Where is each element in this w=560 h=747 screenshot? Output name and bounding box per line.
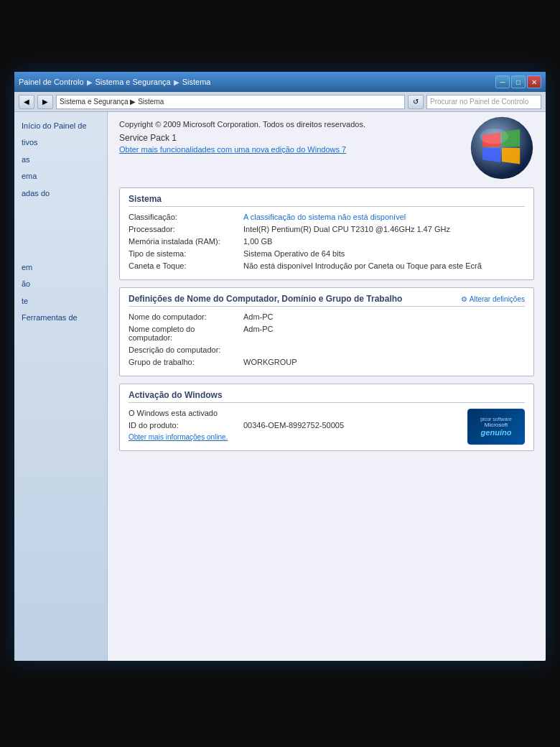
- title-bar: Painel de Controlo ▶ Sistema e Segurança…: [14, 72, 546, 92]
- sidebar-item-8[interactable]: Ferramentas de: [14, 310, 107, 326]
- sidebar-item-6[interactable]: ão: [14, 276, 107, 292]
- classificacao-label: Classificação:: [129, 213, 243, 221]
- search-box[interactable]: Procurar no Painel de Controlo: [426, 95, 541, 109]
- genuino-microsoft-text: Microsoft: [485, 422, 508, 428]
- classificacao-row: Classificação: A classificação do sistem…: [129, 213, 525, 221]
- genuino-main-text: genuíno: [481, 428, 512, 437]
- memoria-label: Memória instalada (RAM):: [129, 237, 243, 246]
- tipo-sistema-value: Sistema Operativo de 64 bits: [243, 249, 525, 258]
- nome-computador-row: Nome do computador: Adm-PC: [129, 312, 525, 321]
- processador-row: Processador: Intel(R) Pentium(R) Dual CP…: [129, 225, 525, 233]
- activation-status: O Windows esta activado: [129, 409, 462, 417]
- sidebar-item-3[interactable]: ema: [14, 168, 107, 185]
- sidebar-item-4[interactable]: adas do: [14, 185, 107, 202]
- computer-name-section: Definições de Nome do Computador, Domíni…: [119, 287, 534, 376]
- grupo-trabalho-value: WORKGROUP: [243, 358, 525, 366]
- address-path-text: Sistema e Segurança ▶ Sistema: [60, 98, 164, 106]
- breadcrumb-item-3: Sistema: [182, 78, 211, 86]
- breadcrumb-item-2: Sistema e Segurança: [95, 78, 171, 86]
- search-placeholder: Procurar no Painel de Controlo: [430, 98, 528, 106]
- memoria-value: 1,00 GB: [243, 237, 525, 246]
- nome-completo-value: Adm-PC: [243, 325, 525, 333]
- processador-value: Intel(R) Pentium(R) Dual CPU T2310 @1.46…: [243, 225, 525, 233]
- breadcrumb-arrow-1: ▶: [87, 78, 93, 86]
- tipo-sistema-row: Tipo de sistema: Sistema Operativo de 64…: [129, 249, 525, 258]
- sistema-section: Sistema Classificação: A classificação d…: [119, 187, 534, 280]
- forward-button[interactable]: ▶: [37, 95, 53, 109]
- tipo-sistema-label: Tipo de sistema:: [129, 249, 243, 258]
- alterar-link-text: Alterar definições: [470, 295, 525, 303]
- sidebar-item-7[interactable]: te: [14, 293, 107, 310]
- descricao-label: Descrição do computador:: [129, 345, 243, 354]
- sidebar: Início do Painel de tivos as ema adas do…: [14, 112, 108, 661]
- back-button[interactable]: ◀: [19, 95, 34, 109]
- caneta-label: Caneta e Toque:: [129, 261, 243, 270]
- svg-point-1: [480, 129, 508, 144]
- memoria-row: Memória instalada (RAM): 1,00 GB: [129, 237, 525, 246]
- maximize-button[interactable]: □: [511, 75, 526, 88]
- product-id-label: ID do produto:: [129, 421, 243, 430]
- computer-section-title: Definições de Nome do Computador, Domíni…: [129, 294, 402, 304]
- grupo-trabalho-label: Grupo de trabalho:: [129, 358, 243, 366]
- breadcrumb-item-1: Painel de Controlo: [19, 78, 84, 86]
- sidebar-item-5[interactable]: em: [14, 259, 107, 276]
- activation-section: Activação do Windows picor software Micr…: [119, 384, 534, 451]
- address-bar: ◀ ▶ Sistema e Segurança ▶ Sistema ↺ Proc…: [14, 92, 546, 112]
- title-bar-controls: ─ □ ✕: [495, 75, 541, 88]
- nome-computador-value: Adm-PC: [243, 312, 525, 321]
- caneta-value: Não está disponível Introdução por Canet…: [243, 261, 525, 270]
- screen-bezel: Painel de Controlo ▶ Sistema e Segurança…: [0, 0, 560, 747]
- sidebar-item-2[interactable]: as: [14, 152, 107, 168]
- nome-computador-label: Nome do computador:: [129, 312, 243, 321]
- header-section: Copyright © 2009 Microsoft Corporation. …: [119, 119, 534, 187]
- activation-status-row: O Windows esta activado: [129, 409, 462, 417]
- address-path[interactable]: Sistema e Segurança ▶ Sistema: [56, 95, 405, 109]
- windows-logo: [470, 116, 534, 180]
- classificacao-value[interactable]: A classificação do sistema não está disp…: [243, 213, 525, 221]
- minimize-button[interactable]: ─: [495, 75, 510, 88]
- activation-section-title: Activação do Windows: [129, 390, 525, 403]
- nome-completo-row: Nome completo do computador: Adm-PC: [129, 325, 525, 342]
- sidebar-item-home[interactable]: Início do Painel de: [14, 118, 107, 134]
- genuino-badge: picor software Microsoft genuíno: [467, 409, 525, 445]
- genuino-top-text: picor software: [480, 417, 512, 422]
- grupo-trabalho-row: Grupo de trabalho: WORKGROUP: [129, 358, 525, 366]
- close-button[interactable]: ✕: [527, 75, 541, 88]
- breadcrumb-arrow-2: ▶: [174, 78, 179, 86]
- sistema-section-title: Sistema: [129, 194, 525, 207]
- refresh-button[interactable]: ↺: [408, 95, 424, 109]
- content-area: Copyright © 2009 Microsoft Corporation. …: [108, 112, 546, 661]
- nome-completo-label: Nome completo do computador:: [129, 325, 243, 342]
- descricao-row: Descrição do computador:: [129, 345, 525, 354]
- product-id-value: 00346-OEM-8992752-50005: [243, 421, 462, 430]
- computer-section-header: Definições de Nome do Computador, Domíni…: [129, 294, 525, 307]
- caneta-row: Caneta e Toque: Não está disponível Intr…: [129, 261, 525, 270]
- product-id-row: ID do produto: 00346-OEM-8992752-50005: [129, 421, 462, 430]
- processador-label: Processador:: [129, 225, 243, 233]
- sidebar-item-1[interactable]: tivos: [14, 134, 107, 151]
- settings-icon: ⚙: [461, 295, 467, 303]
- alterar-definitions-link[interactable]: ⚙ Alterar definições: [461, 295, 525, 303]
- title-bar-text: Painel de Controlo ▶ Sistema e Segurança…: [19, 78, 493, 86]
- screen-content: Painel de Controlo ▶ Sistema e Segurança…: [14, 72, 546, 661]
- obter-online-link[interactable]: Obter mais informações online.: [129, 433, 525, 441]
- main-layout: Início do Painel de tivos as ema adas do…: [14, 112, 546, 661]
